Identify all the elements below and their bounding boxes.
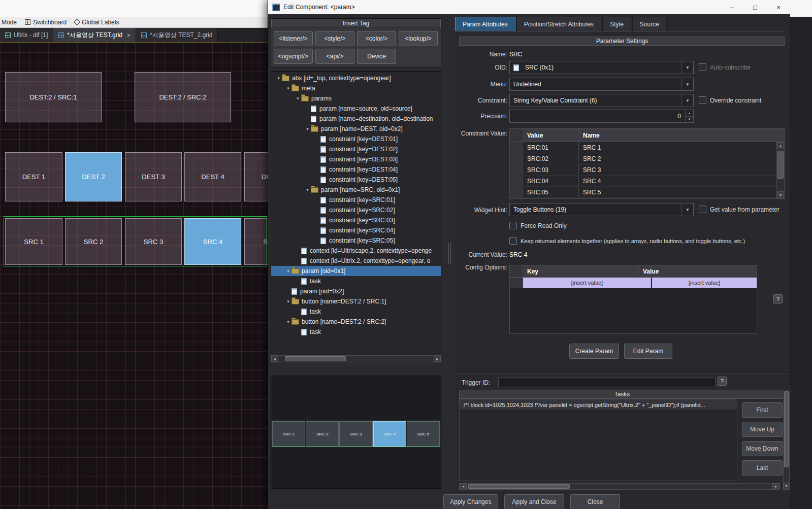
expand-arrow-icon[interactable]: ▾ [304,187,311,192]
minimize-button[interactable]: – [720,0,743,14]
spinner[interactable]: ▲ ▼ [685,110,693,122]
tasks-horizontal-scrollbar[interactable]: ◄ ► [459,483,780,490]
tree-node[interactable]: constraint [key=DEST:01] [271,134,441,144]
preview-button[interactable]: SRC 3 [339,421,372,447]
tree-node[interactable]: ▾button [name=DEST:2 / SRC:1] [271,296,441,307]
get-value-checkbox[interactable]: Get value from parameter [699,206,779,213]
edit-param-button[interactable]: Edit Param [624,344,672,359]
expand-arrow-icon[interactable]: ▾ [285,86,291,91]
component-tree[interactable]: ▾abs [id=_top, contexttype=opengear]▾met… [271,71,441,355]
expand-arrow-icon[interactable]: ▾ [295,96,301,101]
maximize-button[interactable]: □ [743,0,767,14]
insert-tag-button[interactable]: <ogscript/> [274,49,313,64]
scroll-up-icon[interactable]: ▲ [777,142,784,149]
close-tab-icon[interactable]: × [127,32,131,39]
tree-node[interactable]: task [271,307,441,317]
global-labels-button[interactable]: Global Labels [75,19,119,26]
grid-canvas[interactable]: DEST:2 / SRC:1DEST:2 / SRC:2DEST 1DEST 2… [0,43,268,509]
mode-button[interactable]: Mode [2,19,17,26]
close-button[interactable]: Close [570,494,620,509]
insert-tag-button[interactable]: <color/> [357,31,396,46]
force-read-only-checkbox[interactable]: Force Read Only [509,222,567,229]
grid-button[interactable]: DEST:2 / SRC:2 [135,72,231,122]
move-up-button[interactable]: Move Up [742,422,783,437]
grid-button[interactable]: DEST 3 [125,152,182,201]
apply-changes-button[interactable]: Apply Changes [443,494,498,509]
scroll-thumb[interactable] [285,356,346,361]
tree-node[interactable]: ▾abs [id=_top, contexttype=opengear] [271,73,441,83]
insert-tag-button[interactable]: <listener/> [274,31,313,46]
scroll-down-icon[interactable]: ▼ [777,191,784,198]
task-item[interactable]: /*! block id=1025,1024,1023 !*/var panel… [460,399,737,411]
grid-button[interactable]: SRC 4 [184,218,241,265]
constraint-table-row[interactable]: SRC:05SRC 5 [510,187,784,198]
config-table-row[interactable]: [insert value][insert value] [510,278,757,288]
expand-arrow-icon[interactable]: ▾ [285,268,291,274]
grid-button[interactable]: SRC 5 [244,218,268,265]
scroll-thumb[interactable] [784,391,789,467]
scroll-track[interactable] [278,356,434,362]
scroll-track[interactable] [784,390,789,483]
grid-button[interactable]: SRC 2 [65,218,122,265]
tree-node[interactable]: task [271,327,441,337]
tree-node[interactable]: constraint [key=SRC:04] [271,225,441,235]
grid-button[interactable]: DEST 5 [244,152,268,201]
tree-horizontal-scrollbar[interactable]: ◄ ► [271,355,441,362]
constraint-table-row[interactable]: SRC:02SRC 2 [510,153,784,164]
tree-node[interactable]: constraint [key=SRC:01] [271,195,441,205]
constraint-table-scrollbar[interactable]: ▲ ▼ [776,142,784,198]
constraint-dropdown[interactable]: String Key/Value Constraint (6) ▼ [509,94,694,107]
insert-tag-button[interactable]: <lookup/> [399,31,438,46]
tree-node[interactable]: constraint [key=SRC:05] [271,235,441,246]
expand-arrow-icon[interactable]: ▾ [275,76,282,81]
scroll-right-icon[interactable]: ► [434,356,441,362]
tree-node[interactable]: ▾meta [271,83,441,93]
tree-node[interactable]: task [271,276,441,286]
tree-node[interactable]: ▾param [name=SRC, oid=0x1] [271,185,441,195]
tree-node[interactable]: constraint [key=DEST:03] [271,154,441,164]
tree-node[interactable]: constraint [key=DEST:02] [271,144,441,154]
tab-source[interactable]: Source [632,17,667,31]
grid-button[interactable]: DEST 4 [184,152,241,201]
config-key-cell[interactable]: [insert value] [523,278,652,288]
checkbox-icon[interactable] [509,237,517,245]
spinner-down-icon[interactable]: ▼ [686,116,693,123]
apply-and-close-button[interactable]: Apply and Close [504,494,564,509]
tree-node[interactable]: param [name=destination, oid=destination [271,114,441,124]
scroll-down-icon[interactable]: ▼ [784,483,789,489]
expand-arrow-icon[interactable]: ▾ [285,299,291,304]
switchboard-button[interactable]: Switchboard [25,19,67,26]
scroll-left-icon[interactable]: ◄ [271,356,278,362]
config-value-cell[interactable]: [insert value] [652,278,757,288]
checkbox-icon[interactable] [509,222,517,229]
expand-arrow-icon[interactable]: ▾ [285,319,291,324]
menu-dropdown[interactable]: Undefined ▼ [509,78,694,91]
grid-button[interactable]: DEST 1 [5,152,62,201]
preview-button[interactable]: SRC 2 [306,421,339,447]
tree-node[interactable]: constraint [key=DEST:05] [271,175,441,185]
trigger-help-button[interactable]: ? [718,377,727,386]
document-tab-1[interactable]: Ultrix - dif [1] [0,28,53,42]
last-button[interactable]: Last [742,460,783,476]
tree-node[interactable]: ▾params [271,93,441,104]
scroll-track[interactable] [467,484,772,489]
constraint-table-row[interactable]: SRC:03SRC 3 [510,164,784,176]
preview-button[interactable]: SRC 5 [407,421,440,447]
keep-returned-checkbox[interactable]: Keep returned elements together (applies… [509,237,745,245]
widget-hint-dropdown[interactable]: Toggle Buttons (19) ▼ [509,203,694,216]
tree-node[interactable]: ▾button [name=DEST:2 / SRC:2] [271,317,441,327]
tree-node[interactable]: context [id=Ultriscape.2, contexttype=op… [271,246,441,256]
tab-position-stretch-attributes[interactable]: Position/Stretch Attributes [516,17,601,31]
grid-button[interactable]: SRC 1 [5,218,62,265]
grid-button[interactable]: DEST:2 / SRC:1 [5,72,102,122]
move-down-button[interactable]: Move Down [742,441,783,456]
scroll-track[interactable] [777,149,784,191]
scroll-left-icon[interactable]: ◄ [460,484,467,489]
preview-button[interactable]: SRC 1 [272,421,305,447]
tasks-vertical-scrollbar[interactable]: ▼ [783,390,790,490]
tree-node[interactable]: constraint [key=SRC:03] [271,215,441,225]
scroll-thumb[interactable] [777,151,784,179]
document-tab-2[interactable]: *서울영상 TEST.grid× [53,28,136,42]
insert-tag-button[interactable]: <style/> [315,31,354,46]
spinner-up-icon[interactable]: ▲ [686,110,693,116]
